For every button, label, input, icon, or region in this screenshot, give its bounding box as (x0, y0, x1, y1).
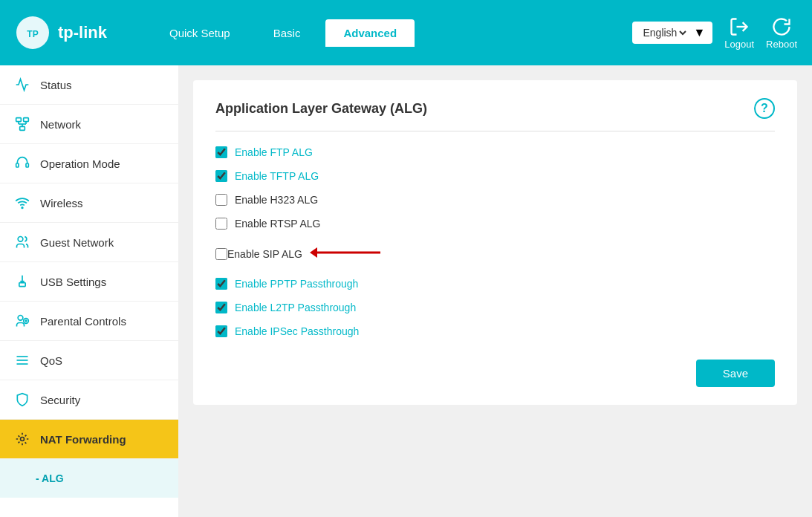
svg-rect-10 (16, 163, 19, 167)
wireless-icon (15, 195, 30, 210)
sidebar-sub-item-alg[interactable]: - ALG (0, 466, 178, 490)
rtsp-alg-checkbox[interactable] (215, 218, 227, 230)
save-row: Save (215, 360, 775, 387)
reboot-button[interactable]: Reboot (766, 16, 797, 50)
logout-label: Logout (724, 39, 754, 50)
svg-rect-14 (19, 283, 25, 287)
guest-network-icon (15, 235, 30, 250)
logout-icon (729, 16, 750, 37)
ipsec-passthrough-checkbox[interactable] (215, 325, 227, 337)
svg-rect-3 (16, 118, 22, 122)
sidebar-item-nat-forwarding[interactable]: NAT Forwarding (0, 420, 178, 459)
sidebar-label-usb-settings: USB Settings (40, 276, 106, 288)
header: TP tp-link Quick Setup Basic Advanced En… (0, 0, 812, 65)
sidebar-label-parental-controls: Parental Controls (40, 315, 126, 328)
qos-icon (15, 353, 30, 368)
main-content: Application Layer Gateway (ALG) ? Enable… (178, 65, 812, 517)
help-button[interactable]: ? (754, 98, 775, 119)
alg-options: Enable FTP ALG Enable TFTP ALG Enable H3… (215, 146, 775, 337)
sidebar-label-nat-forwarding: NAT Forwarding (40, 433, 126, 446)
sidebar-sub-menu: - ALG (0, 459, 178, 498)
ipsec-passthrough-option: Enable IPSec Passthrough (215, 325, 775, 337)
ftp-alg-label[interactable]: Enable FTP ALG (235, 146, 313, 158)
svg-rect-11 (26, 163, 28, 167)
header-right: English ▼ Logout Reboot (632, 16, 797, 50)
tab-quick-setup[interactable]: Quick Setup (152, 19, 248, 47)
tftp-alg-checkbox[interactable] (215, 170, 227, 182)
sidebar-item-guest-network[interactable]: Guest Network (0, 223, 178, 262)
h323-alg-checkbox[interactable] (215, 194, 227, 206)
sidebar-item-operation-mode[interactable]: Operation Mode (0, 144, 178, 183)
sidebar: Status Network Operation Mode Wireless (0, 65, 178, 517)
sidebar-label-network: Network (40, 118, 81, 131)
usb-settings-icon (15, 274, 30, 289)
rtsp-alg-label[interactable]: Enable RTSP ALG (235, 218, 320, 230)
nav-tabs: Quick Setup Basic Advanced (152, 19, 632, 47)
h323-alg-label[interactable]: Enable H323 ALG (235, 194, 318, 206)
main-layout: Status Network Operation Mode Wireless (0, 65, 812, 517)
l2tp-passthrough-label[interactable]: Enable L2TP Passthrough (235, 302, 356, 313)
tftp-alg-label[interactable]: Enable TFTP ALG (235, 170, 319, 182)
tftp-alg-option: Enable TFTP ALG (215, 170, 775, 182)
pptp-passthrough-checkbox[interactable] (215, 278, 227, 290)
svg-rect-4 (24, 118, 29, 122)
reboot-label: Reboot (766, 39, 797, 50)
red-arrow-annotation (310, 241, 384, 266)
sidebar-item-wireless[interactable]: Wireless (0, 183, 178, 223)
reboot-icon (771, 16, 792, 37)
l2tp-passthrough-option: Enable L2TP Passthrough (215, 302, 775, 313)
svg-marker-24 (310, 247, 317, 258)
parental-controls-icon (15, 313, 30, 328)
logout-button[interactable]: Logout (724, 16, 754, 50)
tp-link-logo-icon: TP (15, 15, 51, 51)
sidebar-label-guest-network: Guest Network (40, 236, 114, 249)
sidebar-label-qos: QoS (40, 354, 62, 367)
content-header: Application Layer Gateway (ALG) ? (215, 98, 775, 119)
sidebar-label-wireless: Wireless (40, 197, 83, 209)
nat-forwarding-icon (15, 432, 30, 446)
ftp-alg-option: Enable FTP ALG (215, 146, 775, 158)
sip-alg-option: Enable SIP ALG (215, 241, 775, 266)
svg-point-15 (18, 316, 23, 321)
operation-mode-icon (15, 156, 30, 171)
pptp-passthrough-label[interactable]: Enable PPTP Passthrough (235, 278, 358, 290)
content-card: Application Layer Gateway (ALG) ? Enable… (193, 80, 797, 405)
sidebar-label-status: Status (40, 79, 72, 91)
sip-alg-checkbox[interactable] (215, 248, 227, 260)
svg-point-12 (22, 207, 23, 209)
divider (215, 131, 775, 131)
ipsec-passthrough-label[interactable]: Enable IPSec Passthrough (235, 325, 359, 337)
sidebar-item-usb-settings[interactable]: USB Settings (0, 262, 178, 302)
language-selector[interactable]: English ▼ (632, 22, 712, 44)
pptp-passthrough-option: Enable PPTP Passthrough (215, 278, 775, 290)
sip-alg-label[interactable]: Enable SIP ALG (227, 248, 302, 260)
security-icon (15, 392, 30, 407)
rtsp-alg-option: Enable RTSP ALG (215, 218, 775, 230)
sidebar-item-qos[interactable]: QoS (0, 341, 178, 380)
tab-basic[interactable]: Basic (256, 19, 319, 47)
language-dropdown[interactable]: English (640, 26, 689, 39)
svg-text:TP: TP (27, 29, 38, 39)
save-button[interactable]: Save (696, 360, 775, 387)
network-icon (15, 117, 30, 131)
tab-advanced[interactable]: Advanced (325, 19, 415, 47)
page-title: Application Layer Gateway (ALG) (215, 101, 427, 117)
ftp-alg-checkbox[interactable] (215, 146, 227, 158)
svg-rect-5 (20, 126, 25, 130)
sidebar-item-network[interactable]: Network (0, 105, 178, 144)
svg-point-13 (18, 237, 23, 242)
chevron-down-icon: ▼ (693, 26, 705, 39)
logo-text: tp-link (58, 23, 107, 42)
sidebar-item-security[interactable]: Security (0, 380, 178, 420)
l2tp-passthrough-checkbox[interactable] (215, 302, 227, 313)
logo-area: TP tp-link (15, 15, 107, 51)
sidebar-label-security: Security (40, 394, 80, 406)
h323-alg-option: Enable H323 ALG (215, 194, 775, 206)
sidebar-item-status[interactable]: Status (0, 65, 178, 105)
sidebar-label-operation-mode: Operation Mode (40, 157, 120, 170)
sidebar-item-parental-controls[interactable]: Parental Controls (0, 302, 178, 341)
svg-point-22 (21, 438, 25, 441)
status-icon (15, 77, 30, 92)
sidebar-sub-label-alg: - ALG (36, 472, 64, 484)
